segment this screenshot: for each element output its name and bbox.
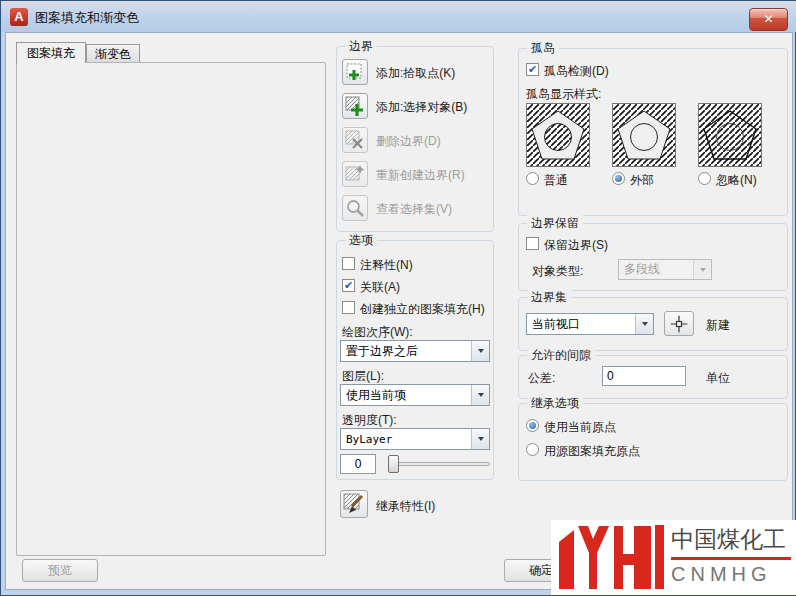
add-pick-points-button[interactable] bbox=[342, 59, 368, 85]
pick-point-icon bbox=[345, 62, 365, 82]
inherit-use-source-origin-radio[interactable] bbox=[526, 443, 539, 456]
watermark-sub-text: CNMHG bbox=[671, 563, 772, 586]
hatch-gradient-dialog: A 图案填充和渐变色 ✕ 图案填充 渐变色 类型和图案 类型(Y): 预定义 图… bbox=[0, 0, 796, 596]
chevron-down-icon bbox=[471, 341, 489, 361]
transparency-value: ByLayer bbox=[341, 433, 471, 446]
draw-order-combobox[interactable]: 置于边界之后 bbox=[340, 340, 490, 362]
transparency-slider-track[interactable] bbox=[388, 462, 490, 466]
inherit-use-current-origin-radio[interactable] bbox=[526, 419, 539, 432]
remove-boundaries-button bbox=[342, 127, 368, 153]
group-inherit-options-legend: 继承选项 bbox=[527, 395, 583, 412]
annotative-label: 注释性(N) bbox=[360, 257, 413, 274]
transparency-label: 透明度(T): bbox=[342, 412, 397, 429]
island-ignore-radio[interactable] bbox=[698, 172, 711, 185]
logo-divider bbox=[655, 525, 664, 589]
associative-label: 关联(A) bbox=[360, 279, 400, 296]
retain-boundaries-checkbox[interactable] bbox=[526, 237, 539, 250]
autocad-app-icon: A bbox=[10, 8, 28, 26]
group-islands-legend: 孤岛 bbox=[527, 40, 559, 57]
remove-boundary-icon bbox=[345, 130, 365, 150]
units-label: 单位 bbox=[706, 370, 730, 387]
watermark-underline bbox=[671, 557, 791, 560]
associative-checkbox[interactable]: ✔ bbox=[342, 279, 355, 292]
annotative-checkbox[interactable] bbox=[342, 257, 355, 270]
tolerance-input[interactable] bbox=[602, 366, 686, 386]
transparency-slider-thumb[interactable] bbox=[388, 455, 399, 473]
layer-value: 使用当前项 bbox=[341, 387, 471, 404]
watermark-logo: 中国煤化工 CNMHG bbox=[551, 520, 796, 595]
separate-hatches-label: 创建独立的图案填充(H) bbox=[360, 301, 485, 318]
inherit-use-current-origin-label: 使用当前原点 bbox=[544, 419, 616, 436]
group-gap-tolerance-legend: 允许的间隙 bbox=[527, 347, 595, 364]
dialog-client-area: 图案填充 渐变色 类型和图案 类型(Y): 预定义 图案(P): ANSI31 … bbox=[5, 32, 793, 590]
magnifier-icon bbox=[345, 198, 365, 218]
tolerance-label: 公差: bbox=[528, 370, 555, 387]
boundary-set-combobox[interactable]: 当前视口 bbox=[526, 313, 654, 335]
island-detection-checkbox[interactable]: ✔ bbox=[526, 63, 539, 76]
add-select-objects-button[interactable] bbox=[342, 93, 368, 119]
tab-hatch[interactable]: 图案填充 bbox=[16, 42, 86, 63]
group-boundaries-legend: 边界 bbox=[345, 38, 377, 55]
island-style-outer-image[interactable] bbox=[612, 103, 676, 167]
chevron-down-icon bbox=[471, 385, 489, 405]
inherit-properties-button[interactable] bbox=[340, 490, 368, 518]
island-normal-label: 普通 bbox=[544, 172, 568, 189]
island-normal-radio[interactable] bbox=[526, 172, 539, 185]
island-detection-label: 孤岛检测(D) bbox=[544, 63, 609, 80]
object-type-value: 多段线 bbox=[619, 261, 693, 278]
tab-page bbox=[16, 62, 326, 556]
view-selections-button bbox=[342, 195, 368, 221]
window-title: 图案填充和渐变色 bbox=[35, 9, 139, 27]
island-outer-radio[interactable] bbox=[612, 172, 625, 185]
new-boundary-set-icon bbox=[669, 314, 689, 334]
recreate-boundary-label: 重新创建边界(R) bbox=[376, 167, 465, 184]
group-options-legend: 选项 bbox=[345, 232, 377, 249]
select-objects-icon bbox=[345, 96, 365, 116]
island-style-ignore-image[interactable] bbox=[698, 103, 762, 167]
view-selections-label: 查看选择集(V) bbox=[376, 201, 452, 218]
draw-order-label: 绘图次序(W): bbox=[342, 324, 413, 341]
transparency-combobox[interactable]: ByLayer bbox=[340, 428, 490, 450]
island-style-normal-image[interactable] bbox=[526, 103, 590, 167]
object-type-label: 对象类型: bbox=[532, 263, 583, 280]
separate-hatches-checkbox[interactable] bbox=[342, 301, 355, 314]
layer-label: 图层(L): bbox=[342, 368, 384, 385]
island-outer-label: 外部 bbox=[630, 172, 654, 189]
add-select-objects-label: 添加:选择对象(B) bbox=[376, 99, 467, 116]
inherit-properties-icon bbox=[343, 493, 365, 515]
preview-button: 预览 bbox=[22, 559, 98, 582]
group-boundary-retention-legend: 边界保留 bbox=[527, 215, 583, 232]
layer-combobox[interactable]: 使用当前项 bbox=[340, 384, 490, 406]
inherit-properties-label: 继承特性(I) bbox=[376, 498, 435, 515]
transparency-amount-input[interactable] bbox=[340, 454, 376, 474]
chevron-down-icon bbox=[635, 314, 653, 334]
recreate-boundary-button bbox=[342, 161, 368, 187]
retain-boundaries-label: 保留边界(S) bbox=[544, 237, 608, 254]
new-boundary-set-label: 新建 bbox=[706, 317, 730, 334]
watermark-brand-text: 中国煤化工 bbox=[671, 524, 786, 555]
recreate-boundary-icon bbox=[345, 164, 365, 184]
add-pick-points-label: 添加:拾取点(K) bbox=[376, 65, 455, 82]
boundary-set-value: 当前视口 bbox=[527, 316, 635, 333]
remove-boundaries-label: 删除边界(D) bbox=[376, 133, 441, 150]
new-boundary-set-button[interactable] bbox=[664, 311, 694, 336]
group-inherit-options: 继承选项 bbox=[518, 403, 788, 481]
object-type-combobox: 多段线 bbox=[618, 259, 712, 280]
tab-gradient[interactable]: 渐变色 bbox=[86, 44, 140, 63]
window-frame: A 图案填充和渐变色 ✕ 图案填充 渐变色 类型和图案 类型(Y): 预定义 图… bbox=[0, 0, 796, 596]
close-button[interactable]: ✕ bbox=[749, 8, 788, 31]
mh-logo-icon bbox=[559, 526, 651, 589]
inherit-use-source-origin-label: 用源图案填充原点 bbox=[544, 443, 640, 460]
chevron-down-icon bbox=[693, 260, 711, 279]
group-boundary-set-legend: 边界集 bbox=[527, 289, 571, 306]
island-style-label: 孤岛显示样式: bbox=[526, 86, 601, 103]
draw-order-value: 置于边界之后 bbox=[341, 343, 471, 360]
island-ignore-label: 忽略(N) bbox=[716, 172, 757, 189]
group-boundary-retention: 边界保留 bbox=[518, 223, 788, 291]
title-bar: A 图案填充和渐变色 ✕ bbox=[1, 1, 796, 32]
chevron-down-icon bbox=[471, 429, 489, 449]
